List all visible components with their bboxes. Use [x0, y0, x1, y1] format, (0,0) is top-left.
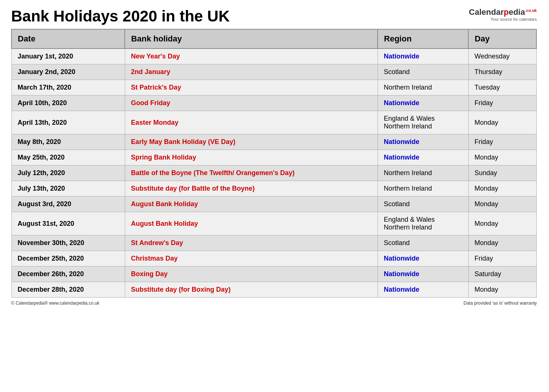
col-header-date: Date	[11, 29, 125, 48]
cell-region: Nationwide	[378, 150, 468, 165]
table-row: December 25th, 2020Christmas DayNationwi…	[11, 251, 536, 267]
cell-region: Northern Ireland	[378, 80, 468, 96]
table-row: August 31st, 2020August Bank HolidayEngl…	[11, 212, 536, 235]
cell-day: Tuesday	[468, 80, 536, 96]
cell-region: Nationwide	[378, 96, 468, 111]
table-row: December 26th, 2020Boxing DayNationwideS…	[11, 267, 536, 282]
cell-day: Saturday	[468, 267, 536, 282]
cell-holiday: 2nd January	[125, 64, 378, 80]
logo-tagline: Your source for calendars	[491, 17, 537, 21]
cell-date: November 30th, 2020	[11, 235, 125, 251]
holidays-table: Date Bank holiday Region Day January 1st…	[11, 29, 537, 298]
cell-holiday: Battle of the Boyne (The Twelfth/ Orange…	[125, 165, 378, 181]
logo-edia: edia	[509, 7, 525, 17]
page-wrapper: Bank Holidays 2020 in the UK Calendarped…	[11, 7, 537, 306]
cell-holiday: Christmas Day	[125, 251, 378, 267]
cell-day: Monday	[468, 111, 536, 134]
cell-date: May 8th, 2020	[11, 134, 125, 150]
table-row: December 28th, 2020Substitute day (for B…	[11, 282, 536, 298]
cell-holiday: St Andrew's Day	[125, 235, 378, 251]
table-row: July 13th, 2020Substitute day (for Battl…	[11, 181, 536, 197]
cell-region: Nationwide	[378, 48, 468, 64]
cell-day: Monday	[468, 282, 536, 298]
header-row: Bank Holidays 2020 in the UK Calendarped…	[11, 7, 537, 25]
logo-container: Calendarpedia.co.uk Your source for cale…	[469, 7, 537, 21]
cell-region: Nationwide	[378, 134, 468, 150]
cell-day: Wednesday	[468, 48, 536, 64]
table-row: July 12th, 2020Battle of the Boyne (The …	[11, 165, 536, 181]
cell-region: Nationwide	[378, 251, 468, 267]
logo-calendar: Calendar	[469, 7, 504, 17]
cell-day: Monday	[468, 235, 536, 251]
cell-day: Thursday	[468, 64, 536, 80]
cell-date: July 13th, 2020	[11, 181, 125, 197]
cell-date: August 3rd, 2020	[11, 197, 125, 212]
page-title: Bank Holidays 2020 in the UK	[11, 7, 230, 25]
table-row: August 3rd, 2020August Bank HolidayScotl…	[11, 197, 536, 212]
cell-holiday: Early May Bank Holiday (VE Day)	[125, 134, 378, 150]
cell-date: April 13th, 2020	[11, 111, 125, 134]
cell-holiday: Substitute day (for Battle of the Boyne)	[125, 181, 378, 197]
table-row: May 25th, 2020Spring Bank HolidayNationw…	[11, 150, 536, 165]
logo-text: Calendarpedia.co.uk	[469, 7, 537, 17]
cell-holiday: Substitute day (for Boxing Day)	[125, 282, 378, 298]
logo-p: p	[504, 7, 509, 17]
cell-date: April 10th, 2020	[11, 96, 125, 111]
cell-region: Nationwide	[378, 282, 468, 298]
cell-region: Nationwide	[378, 267, 468, 282]
cell-day: Friday	[468, 96, 536, 111]
cell-day: Friday	[468, 251, 536, 267]
cell-day: Friday	[468, 134, 536, 150]
cell-region: Scotland	[378, 64, 468, 80]
cell-date: May 25th, 2020	[11, 150, 125, 165]
table-row: April 13th, 2020Easter MondayEngland & W…	[11, 111, 536, 134]
cell-day: Monday	[468, 197, 536, 212]
cell-day: Sunday	[468, 165, 536, 181]
table-row: November 30th, 2020St Andrew's DayScotla…	[11, 235, 536, 251]
cell-date: August 31st, 2020	[11, 212, 125, 235]
cell-holiday: August Bank Holiday	[125, 212, 378, 235]
cell-holiday: St Patrick's Day	[125, 80, 378, 96]
cell-date: January 2nd, 2020	[11, 64, 125, 80]
cell-date: March 17th, 2020	[11, 80, 125, 96]
cell-holiday: Boxing Day	[125, 267, 378, 282]
cell-date: December 26th, 2020	[11, 267, 125, 282]
cell-region: England & WalesNorthern Ireland	[378, 212, 468, 235]
cell-region: England & WalesNorthern Ireland	[378, 111, 468, 134]
cell-day: Monday	[468, 181, 536, 197]
cell-region: Scotland	[378, 235, 468, 251]
cell-date: January 1st, 2020	[11, 48, 125, 64]
cell-region: Scotland	[378, 197, 468, 212]
cell-day: Monday	[468, 150, 536, 165]
cell-date: December 28th, 2020	[11, 282, 125, 298]
cell-holiday: Easter Monday	[125, 111, 378, 134]
footer-row: © Calendarpedia® www.calendarpedia.co.uk…	[11, 301, 537, 306]
table-row: January 1st, 2020New Year's DayNationwid…	[11, 48, 536, 64]
col-header-region: Region	[378, 29, 468, 48]
cell-holiday: Spring Bank Holiday	[125, 150, 378, 165]
cell-date: July 12th, 2020	[11, 165, 125, 181]
table-row: May 8th, 2020Early May Bank Holiday (VE …	[11, 134, 536, 150]
logo-couk: .co.uk	[525, 8, 537, 13]
cell-holiday: August Bank Holiday	[125, 197, 378, 212]
footer-left: © Calendarpedia® www.calendarpedia.co.uk	[11, 301, 100, 306]
cell-day: Monday	[468, 212, 536, 235]
table-header-row: Date Bank holiday Region Day	[11, 29, 536, 48]
table-row: April 10th, 2020Good FridayNationwideFri…	[11, 96, 536, 111]
cell-region: Northern Ireland	[378, 181, 468, 197]
table-row: March 17th, 2020St Patrick's DayNorthern…	[11, 80, 536, 96]
cell-holiday: New Year's Day	[125, 48, 378, 64]
cell-date: December 25th, 2020	[11, 251, 125, 267]
footer-right: Data provided 'as is' without warranty	[463, 301, 537, 306]
col-header-day: Day	[468, 29, 536, 48]
cell-holiday: Good Friday	[125, 96, 378, 111]
col-header-holiday: Bank holiday	[125, 29, 378, 48]
table-row: January 2nd, 20202nd JanuaryScotlandThur…	[11, 64, 536, 80]
cell-region: Northern Ireland	[378, 165, 468, 181]
